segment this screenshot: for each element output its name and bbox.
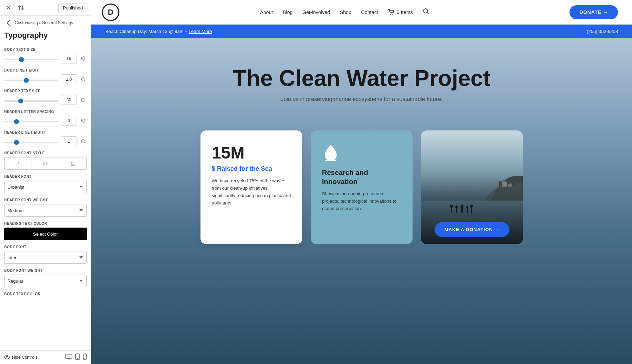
svg-point-7: [390, 14, 391, 15]
body-font-weight-select[interactable]: Thin Light Regular Medium Bold: [4, 275, 87, 287]
header-line-height-slider[interactable]: [4, 142, 58, 143]
header-text-size-slider[interactable]: [4, 100, 58, 102]
hero-section: The Clean Water Project Join us in prese…: [91, 38, 632, 364]
announcement-phone: (255) 352-6258: [587, 29, 618, 34]
back-button[interactable]: [4, 19, 13, 27]
body-font-select[interactable]: Inter Roboto Lato Open Sans: [4, 251, 87, 264]
sidebar-controls: BODY TEXT SIZE BODY LINE HEIGHT: [0, 43, 91, 350]
close-button[interactable]: ✕: [4, 3, 13, 13]
card-research: Research and Innovation Showcasing ongoi…: [311, 130, 413, 244]
card-stat: 15M: [212, 143, 291, 162]
header-line-height-row: [4, 136, 87, 146]
hero-subtitle: Join us in preserving marine ecosystems …: [281, 96, 443, 102]
nav-get-involved[interactable]: Get-involved: [302, 9, 330, 15]
body-line-height-input[interactable]: [61, 74, 77, 84]
sidebar-top-left: ✕: [4, 3, 26, 13]
body-text-size-label: BODY TEXT SIZE: [4, 48, 87, 52]
body-text-size-reset[interactable]: [80, 55, 87, 62]
header-font-style-label: HEADER FONT STYLE: [4, 151, 87, 155]
cart-icon: [388, 9, 395, 15]
underline-icon: U: [71, 161, 74, 166]
underline-button[interactable]: U: [59, 157, 87, 170]
header-font-weight-select[interactable]: Thin Light Regular Medium Semi Bold Bold: [4, 204, 87, 217]
announcement-bar: Beach Cleanup Day: March 13 @ 9am – Lear…: [91, 25, 632, 38]
nav-contact[interactable]: Contact: [361, 9, 378, 15]
svg-point-8: [392, 14, 393, 15]
announcement-left-text: Beach Cleanup Day: March 13 @ 9am –: [105, 29, 187, 34]
header-text-size-reset[interactable]: [80, 96, 87, 103]
header-line-height-slider-container: [4, 138, 58, 144]
nav-about[interactable]: About: [260, 9, 273, 15]
header-font-weight-group: HEADER FONT WEIGHT Thin Light Regular Me…: [4, 198, 87, 217]
header-letter-spacing-reset[interactable]: [80, 117, 87, 124]
header-font-label: HEADER FONT: [4, 175, 87, 178]
search-icon[interactable]: [423, 8, 429, 16]
mobile-icon: [83, 353, 87, 360]
nav-shop[interactable]: Shop: [340, 9, 351, 15]
header-line-height-input[interactable]: [61, 136, 77, 146]
sidebar-nav: Customizing › General Settings: [0, 16, 91, 30]
make-donation-button[interactable]: MAKE A DONATION →: [435, 222, 509, 237]
nav-blog[interactable]: Blog: [283, 9, 292, 15]
published-button[interactable]: Published: [58, 4, 87, 12]
body-font-label: BODY FONT: [4, 245, 87, 249]
card-teal-body: Showcasing ongoing research projects, te…: [322, 190, 401, 212]
header-letter-spacing-input[interactable]: [61, 116, 77, 126]
card-image: MAKE A DONATION →: [421, 130, 523, 244]
sidebar: ✕ Published Customizing › General Settin…: [0, 0, 91, 364]
body-text-size-slider-container: [4, 55, 58, 62]
italic-button[interactable]: I: [4, 157, 32, 170]
announcement-link[interactable]: Learn More: [189, 29, 212, 34]
tablet-view-button[interactable]: [75, 353, 80, 361]
reset-icon-3: [81, 97, 86, 102]
mobile-view-button[interactable]: [83, 353, 87, 361]
header-line-height-label: HEADER LINE HEIGHT: [4, 130, 87, 134]
header-line-height-group: HEADER LINE HEIGHT: [4, 130, 87, 146]
card-raised: 15M $ Raised for the Sea We have recycle…: [200, 130, 302, 244]
body-line-height-reset[interactable]: [80, 76, 87, 83]
nav-cart[interactable]: 0 Items: [388, 9, 413, 15]
view-icons: [65, 353, 87, 361]
body-line-height-group: BODY LINE HEIGHT: [4, 68, 87, 84]
header-text-size-input[interactable]: [61, 95, 77, 105]
donate-button[interactable]: DONATE →: [570, 5, 618, 19]
heading-text-color-label: HEADING TEXT COLOR: [4, 222, 87, 225]
site-logo: D: [102, 4, 119, 21]
swap-icon: [18, 5, 24, 11]
body-text-size-row: [4, 54, 87, 63]
bold-button[interactable]: TT: [32, 157, 59, 170]
preview-nav: D About Blog Get-involved Shop Contact 0…: [91, 0, 632, 25]
heading-text-color-group: HEADING TEXT COLOR Select Color: [4, 222, 87, 240]
reset-icon-5: [81, 139, 86, 144]
header-font-weight-label: HEADER FONT WEIGHT: [4, 198, 87, 202]
body-line-height-slider[interactable]: [4, 80, 58, 81]
header-letter-spacing-group: HEADER LETTER SPACING: [4, 110, 87, 126]
font-style-buttons: I TT U: [4, 157, 87, 170]
header-font-style-group: HEADER FONT STYLE I TT U: [4, 151, 87, 170]
body-text-size-slider[interactable]: [4, 59, 58, 60]
card-teal-title: Research and Innovation: [322, 168, 401, 186]
desktop-icon: [65, 354, 72, 359]
body-text-size-input[interactable]: [61, 54, 77, 63]
body-line-height-row: [4, 74, 87, 84]
desktop-view-button[interactable]: [65, 353, 72, 361]
reset-icon-4: [81, 118, 86, 123]
tablet-icon: [75, 353, 80, 360]
header-line-height-reset[interactable]: [80, 138, 87, 145]
svg-point-4: [77, 358, 78, 359]
body-line-height-label: BODY LINE HEIGHT: [4, 68, 87, 72]
header-letter-spacing-slider[interactable]: [4, 121, 58, 122]
eye-icon: [4, 355, 10, 359]
svg-rect-2: [66, 354, 72, 358]
header-font-select[interactable]: Urbanist Inter Roboto Lato Montserrat: [4, 181, 87, 193]
body-font-weight-group: BODY FONT WEIGHT Thin Light Regular Medi…: [4, 269, 87, 287]
back-icon: [7, 20, 10, 26]
cart-text: 0 Items: [397, 9, 413, 15]
hide-controls-button[interactable]: Hide Controls: [4, 355, 38, 360]
heading-color-select-button[interactable]: Select Color: [4, 228, 87, 240]
reset-icon-2: [81, 77, 86, 82]
header-letter-spacing-row: [4, 116, 87, 126]
swap-button[interactable]: [16, 3, 26, 13]
card-body-text: We have recycled 75% of the waste from o…: [212, 177, 291, 207]
close-icon: ✕: [6, 4, 11, 12]
